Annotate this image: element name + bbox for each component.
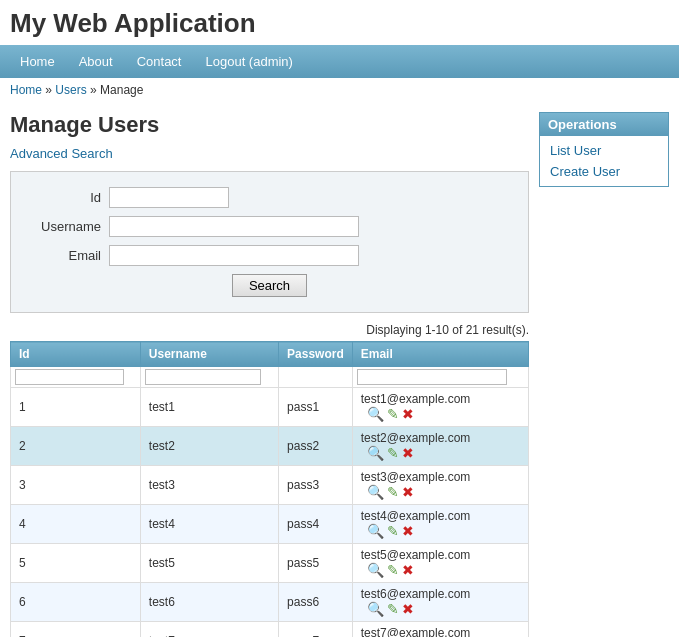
cell-username: test3 — [140, 466, 278, 505]
view-icon[interactable]: 🔍 — [367, 562, 384, 578]
cell-username: test6 — [140, 583, 278, 622]
table-row: 1test1pass1test1@example.com🔍✎✖ — [11, 388, 529, 427]
filter-username[interactable] — [145, 369, 261, 385]
cell-email: test1@example.com🔍✎✖ — [352, 388, 528, 427]
users-table: Id Username Password Email 1test1pass1te… — [10, 341, 529, 637]
breadcrumb: Home » Users » Manage — [0, 78, 679, 102]
edit-icon[interactable]: ✎ — [387, 484, 399, 500]
email-value: test1@example.com — [361, 392, 471, 406]
view-icon[interactable]: 🔍 — [367, 406, 384, 422]
delete-icon[interactable]: ✖ — [402, 484, 414, 500]
cell-id: 2 — [11, 427, 141, 466]
advanced-search-link[interactable]: Advanced Search — [10, 146, 113, 161]
cell-username: test5 — [140, 544, 278, 583]
sidebar-link-list-user[interactable]: List User — [540, 140, 668, 161]
col-header-id: Id — [11, 342, 141, 367]
email-value: test5@example.com — [361, 548, 471, 562]
page-title: Manage Users — [10, 112, 529, 138]
cell-password: pass6 — [279, 583, 353, 622]
cell-password: pass7 — [279, 622, 353, 638]
edit-icon[interactable]: ✎ — [387, 601, 399, 617]
row-actions: 🔍✎✖ — [367, 523, 414, 539]
table-body: 1test1pass1test1@example.com🔍✎✖2test2pas… — [11, 388, 529, 638]
nav-home[interactable]: Home — [10, 50, 65, 73]
cell-id: 3 — [11, 466, 141, 505]
col-header-email: Email — [352, 342, 528, 367]
breadcrumb-users[interactable]: Users — [55, 83, 86, 97]
cell-email: test7@example.com🔍✎✖ — [352, 622, 528, 638]
delete-icon[interactable]: ✖ — [402, 562, 414, 578]
delete-icon[interactable]: ✖ — [402, 601, 414, 617]
main-content: Manage Users Advanced Search Id Username… — [10, 112, 529, 637]
row-actions: 🔍✎✖ — [367, 445, 414, 461]
cell-password: pass1 — [279, 388, 353, 427]
edit-icon[interactable]: ✎ — [387, 562, 399, 578]
email-field-row: Email — [31, 245, 508, 266]
cell-username: test1 — [140, 388, 278, 427]
username-field-row: Username — [31, 216, 508, 237]
email-input[interactable] — [109, 245, 359, 266]
sidebar-operations: Operations List User Create User — [539, 112, 669, 187]
table-row: 5test5pass5test5@example.com🔍✎✖ — [11, 544, 529, 583]
view-icon[interactable]: 🔍 — [367, 445, 384, 461]
nav-contact[interactable]: Contact — [127, 50, 192, 73]
edit-icon[interactable]: ✎ — [387, 406, 399, 422]
cell-id: 5 — [11, 544, 141, 583]
cell-email: test4@example.com🔍✎✖ — [352, 505, 528, 544]
cell-id: 4 — [11, 505, 141, 544]
delete-icon[interactable]: ✖ — [402, 445, 414, 461]
cell-username: test2 — [140, 427, 278, 466]
table-row: 4test4pass4test4@example.com🔍✎✖ — [11, 505, 529, 544]
table-row: 2test2pass2test2@example.com🔍✎✖ — [11, 427, 529, 466]
nav-logout[interactable]: Logout (admin) — [195, 50, 302, 73]
sidebar: Operations List User Create User — [539, 112, 669, 637]
cell-email: test3@example.com🔍✎✖ — [352, 466, 528, 505]
search-button[interactable]: Search — [232, 274, 307, 297]
cell-id: 7 — [11, 622, 141, 638]
search-form: Id Username Email Search — [10, 171, 529, 313]
edit-icon[interactable]: ✎ — [387, 523, 399, 539]
breadcrumb-home[interactable]: Home — [10, 83, 42, 97]
view-icon[interactable]: 🔍 — [367, 484, 384, 500]
cell-username: test7 — [140, 622, 278, 638]
sidebar-operations-title: Operations — [540, 113, 668, 136]
row-actions: 🔍✎✖ — [367, 562, 414, 578]
id-field-row: Id — [31, 187, 508, 208]
cell-id: 6 — [11, 583, 141, 622]
row-actions: 🔍✎✖ — [367, 406, 414, 422]
view-icon[interactable]: 🔍 — [367, 601, 384, 617]
nav-about[interactable]: About — [69, 50, 123, 73]
cell-email: test5@example.com🔍✎✖ — [352, 544, 528, 583]
delete-icon[interactable]: ✖ — [402, 523, 414, 539]
table-row: 7test7pass7test7@example.com🔍✎✖ — [11, 622, 529, 638]
cell-password: pass4 — [279, 505, 353, 544]
table-row: 6test6pass6test6@example.com🔍✎✖ — [11, 583, 529, 622]
table-header-row: Id Username Password Email — [11, 342, 529, 367]
cell-id: 1 — [11, 388, 141, 427]
cell-password: pass5 — [279, 544, 353, 583]
sidebar-link-create-user[interactable]: Create User — [540, 161, 668, 182]
filter-email[interactable] — [357, 369, 508, 385]
col-header-password: Password — [279, 342, 353, 367]
table-filter-row — [11, 367, 529, 388]
filter-id[interactable] — [15, 369, 124, 385]
cell-email: test2@example.com🔍✎✖ — [352, 427, 528, 466]
email-value: test3@example.com — [361, 470, 471, 484]
email-value: test2@example.com — [361, 431, 471, 445]
email-value: test4@example.com — [361, 509, 471, 523]
cell-username: test4 — [140, 505, 278, 544]
id-input[interactable] — [109, 187, 229, 208]
row-actions: 🔍✎✖ — [367, 601, 414, 617]
main-nav: Home About Contact Logout (admin) — [0, 45, 679, 78]
delete-icon[interactable]: ✖ — [402, 406, 414, 422]
id-label: Id — [31, 190, 101, 205]
breadcrumb-current: Manage — [100, 83, 143, 97]
edit-icon[interactable]: ✎ — [387, 445, 399, 461]
email-value: test7@example.com — [361, 626, 471, 637]
username-label: Username — [31, 219, 101, 234]
username-input[interactable] — [109, 216, 359, 237]
view-icon[interactable]: 🔍 — [367, 523, 384, 539]
sidebar-operations-list: List User Create User — [540, 136, 668, 186]
email-value: test6@example.com — [361, 587, 471, 601]
cell-email: test6@example.com🔍✎✖ — [352, 583, 528, 622]
